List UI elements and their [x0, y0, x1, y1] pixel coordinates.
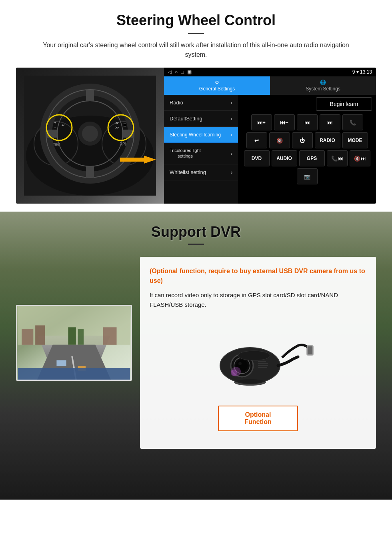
phone-icon: 📞	[350, 120, 356, 126]
dvr-title-divider	[188, 244, 204, 245]
ctrl-radio[interactable]: RADIO	[315, 132, 340, 148]
dvr-camera-visual	[150, 318, 366, 398]
steering-title: Steering Wheel Control	[16, 12, 376, 29]
ctrl-audio[interactable]: AUDIO	[272, 150, 297, 166]
steering-description: Your original car's steering wheel contr…	[32, 40, 360, 60]
dvr-section: Support DVR	[0, 212, 392, 500]
chevron-right-icon-2: ›	[231, 116, 232, 122]
mute-icon: 🔇	[276, 138, 283, 144]
menu-whitelist-label: Whitelist setting	[170, 169, 206, 175]
tab-system-label: System Settings	[306, 86, 340, 92]
svg-text:≫: ≫	[115, 121, 119, 125]
control-panel: Begin learn ⏭+ ⏮− ⏮ ⏭ 📞 ↩ 🔇 ⏻	[238, 95, 376, 204]
svg-rect-29	[68, 327, 76, 345]
ctrl-phone-prev[interactable]: 📞⏮	[327, 150, 348, 166]
ctrl-mute-next[interactable]: 🔇⏭	[350, 150, 370, 166]
steering-section: Steering Wheel Control Your original car…	[0, 0, 392, 212]
ctrl-vol-up[interactable]: ⏭+	[251, 114, 272, 130]
svg-rect-27	[35, 325, 45, 344]
control-row-4: 📷	[240, 168, 374, 184]
svg-rect-26	[22, 329, 33, 345]
gps-label: GPS	[307, 156, 317, 161]
ctrl-dvd[interactable]: DVD	[244, 150, 270, 166]
svg-point-49	[231, 370, 237, 376]
svg-point-42	[238, 362, 242, 365]
dvr-camera-svg	[202, 326, 314, 390]
ctrl-mode[interactable]: MODE	[342, 132, 368, 148]
phone-prev-icon: 📞⏮	[331, 156, 343, 162]
svg-point-43	[238, 351, 270, 360]
begin-learn-button[interactable]: Begin learn	[316, 97, 372, 111]
camera-icon: 📷	[304, 174, 310, 180]
svg-text:−: −	[54, 126, 56, 130]
control-row-2: ↩ 🔇 ⏻ RADIO MODE	[240, 132, 374, 148]
back-call-icon: ↩	[254, 138, 259, 144]
dvd-label: DVD	[252, 156, 262, 161]
chevron-right-icon: ›	[231, 100, 232, 106]
dvr-road-svg	[17, 306, 131, 380]
ctrl-mute[interactable]: 🔇	[269, 132, 290, 148]
dvr-optional-text: (Optional function, require to buy exter…	[150, 266, 366, 286]
menu-item-defaultsetting[interactable]: DefaultSetting ›	[164, 111, 238, 127]
android-statusbar: ◁ ○ □ ▣ 9 ▾ 13:13	[164, 68, 376, 76]
svg-rect-28	[103, 327, 117, 345]
ctrl-next[interactable]: ⏭	[320, 114, 340, 130]
statusbar-time: 9 ▾ 13:13	[352, 69, 372, 75]
svg-text:≫: ≫	[115, 126, 119, 130]
menu-item-whitelist[interactable]: Whitelist setting ›	[164, 164, 238, 180]
dvr-description: It can record video only to storage in G…	[150, 290, 366, 310]
svg-rect-37	[308, 346, 312, 354]
statusbar-nav-icons: ◁ ○ □ ▣	[168, 69, 192, 75]
recents-icon: □	[181, 69, 184, 75]
svg-point-50	[234, 379, 266, 386]
android-content: Radio › DefaultSetting › Steering Wheel …	[164, 95, 376, 204]
menu-tricoloured-label: Tricoloured lightsettings	[170, 148, 201, 159]
steering-demo: km/h RPM + − ↩	[16, 68, 376, 204]
menu-item-steering[interactable]: Steering Wheel learning ›	[164, 127, 238, 143]
menu-default-label: DefaultSetting	[170, 116, 202, 122]
tab-system-settings[interactable]: 🌐 System Settings	[270, 76, 376, 95]
chevron-right-icon-5: ›	[231, 169, 232, 175]
menu-icon: ▣	[187, 69, 192, 75]
ctrl-vol-down[interactable]: ⏮−	[274, 114, 295, 130]
dvr-title-area: Support DVR	[0, 212, 392, 249]
menu-item-radio[interactable]: Radio ›	[164, 95, 238, 111]
ctrl-prev[interactable]: ⏮	[297, 114, 318, 130]
back-icon: ◁	[168, 69, 172, 75]
ctrl-power[interactable]: ⏻	[292, 132, 313, 148]
optional-function-button[interactable]: Optional Function	[218, 406, 298, 431]
begin-learn-row: Begin learn	[240, 97, 374, 112]
menu-radio-label: Radio	[170, 100, 183, 106]
svg-point-14	[82, 126, 98, 142]
chevron-right-icon-4: ›	[231, 150, 232, 156]
vol-up-icon: ⏭+	[257, 120, 266, 126]
steering-photo: km/h RPM + − ↩	[16, 68, 164, 204]
menu-item-tricoloured[interactable]: Tricoloured lightsettings ›	[164, 143, 238, 164]
svg-rect-24	[120, 158, 144, 162]
svg-text:↩: ↩	[62, 123, 65, 127]
prev-icon: ⏮	[304, 120, 310, 126]
dvr-info-box: (Optional function, require to buy exter…	[140, 257, 376, 449]
dvr-title: Support DVR	[0, 224, 392, 240]
control-row-1: ⏭+ ⏮− ⏮ ⏭ 📞	[240, 114, 374, 130]
ctrl-camera[interactable]: 📷	[297, 168, 318, 184]
home-icon: ○	[175, 69, 178, 75]
android-tabs[interactable]: ⚙ General Settings 🌐 System Settings	[164, 76, 376, 95]
tab-general-label: General Settings	[199, 86, 235, 92]
chevron-right-icon-3: ›	[231, 132, 232, 138]
android-ui-panel: ◁ ○ □ ▣ 9 ▾ 13:13 ⚙ General Settings 🌐 S…	[164, 68, 376, 204]
svg-text:☰: ☰	[123, 123, 126, 127]
control-row-3: DVD AUDIO GPS 📞⏮ 🔇⏭	[240, 150, 374, 166]
vol-down-icon: ⏮−	[280, 120, 288, 126]
next-icon: ⏭	[327, 120, 332, 126]
ctrl-back[interactable]: ↩	[246, 132, 267, 148]
svg-rect-35	[18, 368, 130, 380]
menu-panel: Radio › DefaultSetting › Steering Wheel …	[164, 95, 238, 204]
ctrl-phone[interactable]: 📞	[342, 114, 363, 130]
svg-rect-30	[78, 329, 84, 345]
svg-rect-33	[56, 360, 66, 366]
tab-general-settings[interactable]: ⚙ General Settings	[164, 76, 270, 95]
title-divider	[188, 33, 204, 34]
settings-gear-icon: ⚙	[215, 80, 219, 85]
ctrl-gps[interactable]: GPS	[299, 150, 325, 166]
